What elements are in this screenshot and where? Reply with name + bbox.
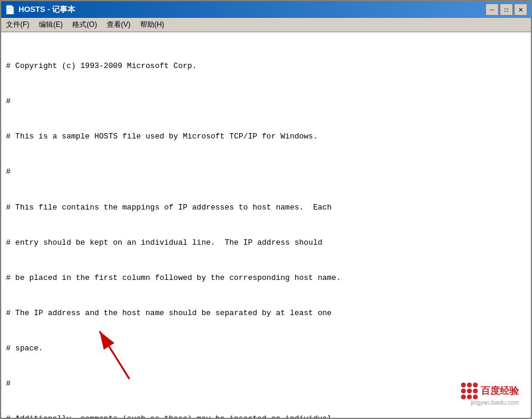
baidu-watermark: 百度经验 jingyan.baidu.com (461, 383, 519, 406)
text-content[interactable]: # Copyright (c) 1993-2009 Microsoft Corp… (1, 32, 531, 418)
line-11: # Additionally, comments (such as these)… (6, 413, 526, 418)
window-icon: 📄 (5, 5, 15, 15)
menu-edit[interactable]: 编辑(E) (34, 18, 67, 32)
line-7: # be placed in the first column followed… (6, 272, 526, 284)
line-4: # (6, 166, 526, 178)
window-title: HOSTS - 记事本 (18, 4, 75, 15)
baidu-dots-icon (461, 383, 478, 399)
title-bar-left: 📄 HOSTS - 记事本 (5, 4, 75, 15)
title-buttons: ─ □ ✕ (485, 4, 527, 16)
line-6: # entry should be kept on an individual … (6, 237, 526, 249)
minimize-button[interactable]: ─ (485, 4, 499, 16)
line-9: # space. (6, 343, 526, 355)
close-button[interactable]: ✕ (514, 4, 527, 16)
baidu-url-text: jingyan.baidu.com (471, 399, 519, 406)
line-2: # (6, 95, 526, 107)
menu-view[interactable]: 查看(V) (102, 18, 135, 32)
line-5: # This file contains the mappings of IP … (6, 202, 526, 214)
notepad-window: 📄 HOSTS - 记事本 ─ □ ✕ 文件(F) 编辑(E) 格式(O) 查看… (0, 0, 532, 419)
menu-format[interactable]: 格式(O) (67, 18, 101, 32)
line-10: # (6, 378, 526, 390)
baidu-logo: 百度经验 (461, 383, 519, 399)
baidu-brand-text: 百度经验 (481, 385, 519, 398)
line-3: # This is a sample HOSTS file used by Mi… (6, 131, 526, 143)
line-8: # The IP address and the host name shoul… (6, 307, 526, 319)
title-bar: 📄 HOSTS - 记事本 ─ □ ✕ (1, 1, 531, 18)
maximize-button[interactable]: □ (500, 4, 513, 16)
menu-bar: 文件(F) 编辑(E) 格式(O) 查看(V) 帮助(H) (1, 18, 531, 32)
menu-file[interactable]: 文件(F) (1, 18, 34, 32)
line-1: # Copyright (c) 1993-2009 Microsoft Corp… (6, 60, 526, 72)
menu-help[interactable]: 帮助(H) (135, 18, 169, 32)
